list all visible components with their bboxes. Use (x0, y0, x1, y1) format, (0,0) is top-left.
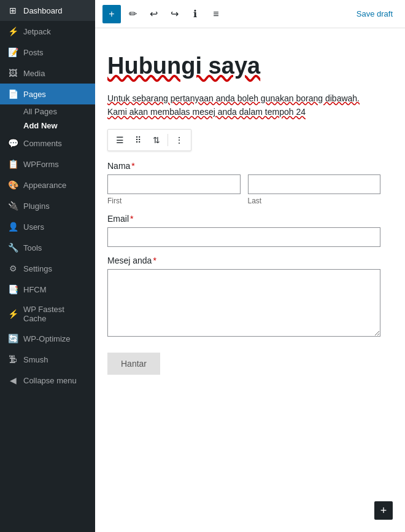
info-button[interactable]: ℹ (186, 5, 204, 23)
last-name-input[interactable] (248, 174, 381, 194)
form-submit-button[interactable]: Hantar (107, 353, 160, 375)
sidebar-item-hfcm[interactable]: 📑 HFCM (0, 279, 95, 300)
sidebar-label-settings: Settings (23, 264, 52, 273)
plugins-icon: 🔌 (7, 200, 18, 211)
pen-tool-button[interactable]: ✏ (123, 5, 142, 23)
main-editor: + ✏ ↩ ↪ ℹ ≡ Save draft Hubungi saya Untu… (95, 0, 405, 532)
add-block-bottom-button[interactable]: + (374, 501, 393, 520)
sidebar-label-jetpack: Jetpack (23, 27, 51, 36)
add-new-label: Add New (23, 121, 58, 130)
add-block-plus-icon: + (380, 504, 387, 517)
comments-icon: 💬 (7, 138, 18, 149)
sidebar-item-appearance[interactable]: 🎨 Appearance (0, 174, 95, 195)
toolbar-divider (168, 134, 168, 146)
options-button[interactable]: ≡ (207, 5, 225, 23)
sidebar-item-posts[interactable]: 📝 Posts (0, 42, 95, 63)
name-field-label: Nama* (107, 161, 380, 171)
tools-icon: 🔧 (7, 242, 18, 253)
page-title[interactable]: Hubungi saya (107, 53, 380, 79)
pages-icon: 📄 (7, 88, 18, 100)
wp-optimize-icon: 🔄 (7, 333, 18, 344)
email-field-label: Email* (107, 214, 380, 224)
media-icon: 🖼 (7, 68, 18, 79)
all-pages-label: All Pages (23, 107, 57, 116)
message-required-marker: * (153, 256, 156, 265)
hamburger-icon: ≡ (213, 9, 218, 20)
posts-icon: 📝 (7, 47, 18, 58)
sidebar-label-pages: Pages (23, 90, 46, 99)
sidebar-label-smush: Smush (23, 355, 48, 364)
redo-icon: ↪ (171, 8, 179, 20)
sidebar-item-comments[interactable]: 💬 Comments (0, 133, 95, 154)
sidebar-label-posts: Posts (23, 48, 44, 57)
block-move-button[interactable]: ⇅ (148, 131, 165, 149)
editor-toolbar: + ✏ ↩ ↪ ℹ ≡ Save draft (95, 0, 405, 28)
sidebar: ⊞ Dashboard ⚡ Jetpack 📝 Posts 🖼 Media 📄 … (0, 0, 95, 532)
ellipsis-icon: ⋮ (175, 135, 183, 145)
undo-icon: ↩ (150, 8, 158, 20)
editor-content: Hubungi saya Untuk sebarang pertanyaan a… (95, 28, 405, 532)
first-name-input[interactable] (107, 174, 241, 194)
sidebar-item-media[interactable]: 🖼 Media (0, 63, 95, 84)
sidebar-label-media: Media (23, 69, 45, 78)
sidebar-subitem-all-pages[interactable]: All Pages (0, 104, 95, 119)
sidebar-label-tools: Tools (23, 243, 42, 252)
last-name-sublabel: Last (248, 197, 381, 205)
sidebar-item-settings[interactable]: ⚙ Settings (0, 258, 95, 279)
sidebar-label-wp-optimize: WP-Optimize (23, 334, 71, 343)
sidebar-label-comments: Comments (23, 139, 62, 148)
form-icon: ☰ (116, 135, 124, 145)
dashboard-icon: ⊞ (7, 5, 18, 16)
sidebar-item-collapse-menu[interactable]: ◀ Collapse menu (0, 370, 95, 391)
sidebar-item-wpforms[interactable]: 📋 WPForms (0, 154, 95, 174)
sidebar-item-wp-optimize[interactable]: 🔄 WP-Optimize (0, 328, 95, 349)
last-name-col: Last (248, 174, 381, 205)
plus-icon: + (109, 9, 114, 20)
sidebar-item-dashboard[interactable]: ⊞ Dashboard (0, 0, 95, 21)
main-wrapper: + ✏ ↩ ↪ ℹ ≡ Save draft Hubungi saya Untu… (95, 0, 405, 532)
email-required-marker: * (130, 214, 133, 224)
block-toolbar: ☰ ⠿ ⇅ ⋮ (107, 129, 191, 151)
block-type-button[interactable]: ☰ (111, 131, 128, 149)
form-message-row: Mesej anda* (107, 256, 380, 339)
undo-button[interactable]: ↩ (144, 5, 163, 23)
smush-icon: 🗜 (7, 354, 18, 365)
sidebar-item-tools[interactable]: 🔧 Tools (0, 237, 95, 258)
sidebar-label-dashboard: Dashboard (23, 6, 63, 15)
settings-icon: ⚙ (7, 263, 18, 274)
add-block-button[interactable]: + (102, 5, 121, 23)
redo-button[interactable]: ↪ (165, 5, 183, 23)
message-field-label: Mesej anda* (107, 256, 380, 265)
sidebar-item-wp-fastest-cache[interactable]: ⚡ WP Fastest Cache (0, 300, 95, 328)
collapse-menu-icon: ◀ (7, 375, 18, 386)
sidebar-label-wp-fastest-cache: WP Fastest Cache (23, 305, 88, 323)
users-icon: 👤 (7, 221, 18, 232)
sidebar-label-hfcm: HFCM (23, 285, 47, 294)
sidebar-label-wpforms: WPForms (23, 160, 59, 169)
wp-fastest-cache-icon: ⚡ (7, 308, 18, 319)
hfcm-icon: 📑 (7, 284, 18, 295)
sidebar-item-pages[interactable]: 📄 Pages (0, 84, 95, 104)
sidebar-label-collapse-menu: Collapse menu (23, 376, 77, 385)
sidebar-label-plugins: Plugins (23, 201, 50, 211)
block-drag-button[interactable]: ⠿ (129, 131, 147, 149)
sidebar-item-jetpack[interactable]: ⚡ Jetpack (0, 21, 95, 42)
sidebar-item-users[interactable]: 👤 Users (0, 216, 95, 237)
form-preview: Nama* First Last (107, 161, 380, 375)
appearance-icon: 🎨 (7, 179, 18, 190)
page-paragraph[interactable]: Untuk sebarang pertanyaan anda boleh gun… (107, 92, 380, 119)
sidebar-item-smush[interactable]: 🗜 Smush (0, 349, 95, 370)
message-textarea[interactable] (107, 269, 380, 337)
drag-icon: ⠿ (135, 135, 141, 145)
sidebar-item-plugins[interactable]: 🔌 Plugins (0, 195, 95, 216)
name-inputs-row: First Last (107, 174, 380, 205)
email-input[interactable] (107, 227, 380, 247)
form-name-row: Nama* First Last (107, 161, 380, 205)
form-email-row: Email* (107, 214, 380, 247)
arrows-icon: ⇅ (153, 135, 160, 145)
wpforms-icon: 📋 (7, 158, 18, 170)
save-draft-button[interactable]: Save draft (352, 7, 398, 21)
first-name-col: First (107, 174, 241, 205)
sidebar-subitem-add-new[interactable]: Add New (0, 119, 95, 133)
block-more-options-button[interactable]: ⋮ (171, 131, 188, 149)
